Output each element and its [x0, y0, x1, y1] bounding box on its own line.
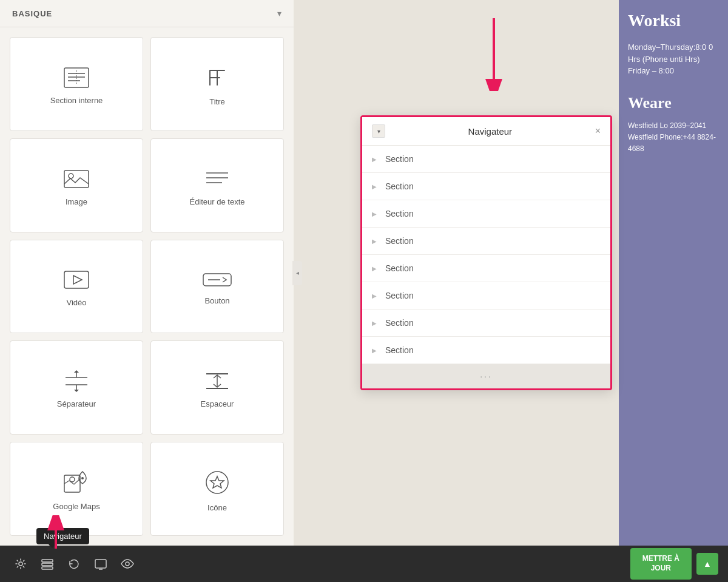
red-arrow-indicator [476, 18, 512, 91]
section-label-4: Section [385, 236, 414, 246]
section-row-2[interactable]: ▶ Section [362, 173, 610, 200]
preview-button[interactable] [116, 553, 138, 575]
espaceur-icon [204, 370, 231, 392]
widget-video-label: Vidéo [66, 298, 86, 307]
widget-google-maps-label: Google Maps [53, 502, 99, 511]
section-row-3[interactable]: ▶ Section [362, 200, 610, 228]
widget-bouton[interactable]: Bouton [150, 240, 284, 334]
right-brand2: Weare [628, 95, 719, 111]
svg-point-37 [126, 562, 129, 566]
right-hours-text: Monday–Thursday:8:0 0 Hrs (Phone unti Hr… [628, 41, 719, 77]
panel-header: BASIQUE ▾ [0, 0, 294, 27]
section-row-4[interactable]: ▶ Section [362, 228, 610, 255]
right-panel: Worksi Monday–Thursday:8:0 0 Hrs (Phone … [619, 0, 728, 546]
navigator-more-dots: ··· [480, 371, 493, 381]
svg-point-26 [206, 472, 228, 493]
widget-icone[interactable]: Icône [150, 442, 284, 536]
red-arrow-bottom [44, 515, 68, 552]
widget-editeur-label: Éditeur de texte [189, 197, 244, 206]
editeur-texte-icon [204, 168, 231, 190]
widget-image[interactable]: Image [10, 138, 143, 232]
widget-video[interactable]: Vidéo [10, 240, 143, 334]
widget-section-interne-label: Section interne [50, 96, 103, 105]
publish-arrow-button[interactable]: ▲ [696, 553, 718, 575]
section-label-7: Section [385, 318, 414, 328]
settings-button[interactable] [10, 553, 32, 575]
section-chevron-3: ▶ [372, 211, 377, 217]
section-label-6: Section [385, 291, 414, 300]
section-chevron-4: ▶ [372, 238, 377, 245]
section-row-7[interactable]: ▶ Section [362, 310, 610, 337]
navigator-header: ▾ Navigateur × [362, 117, 610, 146]
section-chevron-6: ▶ [372, 293, 377, 299]
navigator-close-button[interactable]: × [595, 126, 601, 137]
widget-separateur[interactable]: Séparateur [10, 340, 143, 435]
navigator-pin-button[interactable]: ▾ [372, 124, 385, 138]
section-interne-icon [63, 67, 90, 89]
svg-marker-16 [74, 370, 79, 373]
svg-rect-33 [42, 563, 53, 566]
svg-point-25 [81, 477, 84, 479]
section-chevron-7: ▶ [372, 320, 377, 327]
section-chevron-2: ▶ [372, 183, 377, 190]
icone-icon [204, 469, 231, 496]
canvas-area: ▾ Navigateur × ▶ Section ▶ Section ▶ Sec… [294, 0, 619, 546]
widget-icone-label: Icône [207, 503, 227, 512]
image-icon [63, 168, 90, 190]
svg-rect-10 [64, 271, 89, 288]
section-row-5[interactable]: ▶ Section [362, 255, 610, 282]
section-label-2: Section [385, 181, 414, 191]
device-toggle-button[interactable] [90, 553, 112, 575]
section-chevron-5: ▶ [372, 265, 377, 272]
widget-image-label: Image [66, 197, 87, 206]
right-brand: Worksi [628, 12, 719, 29]
section-list: ▶ Section ▶ Section ▶ Section ▶ Section … [362, 146, 610, 364]
section-chevron-1: ▶ [372, 156, 377, 163]
svg-rect-5 [64, 171, 89, 188]
titre-icon [205, 66, 229, 90]
svg-rect-32 [42, 560, 53, 562]
svg-point-24 [70, 477, 75, 482]
layers-button[interactable] [36, 553, 58, 575]
svg-point-6 [69, 174, 73, 178]
widget-espaceur-label: Espaceur [201, 399, 234, 408]
video-icon [63, 269, 90, 291]
section-row-6[interactable]: ▶ Section [362, 282, 610, 310]
svg-marker-19 [74, 390, 79, 392]
widget-editeur-texte[interactable]: Éditeur de texte [150, 138, 284, 232]
widget-titre[interactable]: Titre [150, 37, 284, 131]
svg-rect-34 [42, 567, 53, 569]
navigator-popup: ▾ Navigateur × ▶ Section ▶ Section ▶ Sec… [360, 115, 612, 390]
widget-bouton-label: Bouton [204, 296, 229, 305]
section-chevron-8: ▶ [372, 347, 377, 354]
panel-title: BASIQUE [12, 9, 52, 18]
section-label-8: Section [385, 345, 414, 355]
separateur-icon [63, 370, 90, 392]
widget-titre-label: Titre [209, 97, 225, 106]
widget-separateur-label: Séparateur [57, 399, 96, 408]
widget-espaceur[interactable]: Espaceur [150, 340, 284, 435]
section-label-5: Section [385, 263, 414, 273]
widget-google-maps[interactable]: Google Maps [10, 442, 143, 536]
bottom-toolbar: Navigateur [0, 546, 728, 582]
navigator-title: Navigateur [385, 126, 595, 137]
bouton-icon [202, 271, 232, 289]
navigator-footer: ··· [362, 364, 610, 388]
right-address: Westfield Lo 2039–2041 Westfield Phone:+… [628, 120, 719, 155]
section-label-3: Section [385, 209, 414, 218]
svg-rect-35 [95, 560, 106, 568]
panel-collapse-arrow[interactable]: ▾ [277, 8, 281, 18]
svg-marker-11 [73, 276, 82, 284]
section-label-1: Section [385, 154, 414, 164]
panel-collapse-handle[interactable]: ◂ [292, 261, 302, 285]
widget-section-interne[interactable]: Section interne [10, 37, 143, 131]
publish-button[interactable]: METTRE ÀJOUR [630, 548, 692, 579]
section-row-8[interactable]: ▶ Section [362, 337, 610, 364]
google-maps-icon [63, 470, 90, 495]
svg-rect-23 [64, 475, 80, 492]
svg-point-31 [19, 562, 22, 566]
widgets-grid: Section interne Titre [0, 27, 294, 546]
section-row-1[interactable]: ▶ Section [362, 146, 610, 173]
history-button[interactable] [63, 553, 85, 575]
